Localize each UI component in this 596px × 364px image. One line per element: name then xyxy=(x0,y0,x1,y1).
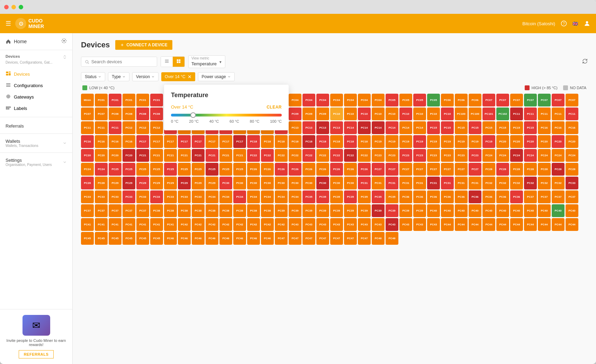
device-cell[interactable]: PC47 xyxy=(275,232,288,245)
device-cell[interactable]: PC47 xyxy=(330,232,343,245)
device-cell[interactable]: PC43 xyxy=(344,218,357,231)
device-cell[interactable]: PC18 xyxy=(247,135,260,148)
device-cell[interactable]: PC27 xyxy=(441,163,454,176)
device-cell[interactable]: PC36 xyxy=(496,190,509,203)
device-cell[interactable]: PC24 xyxy=(538,149,551,162)
clear-filter-button[interactable]: ✕ xyxy=(188,74,192,80)
device-cell[interactable]: PC26 xyxy=(330,163,343,176)
sidebar-settings[interactable]: Settings Organisation, Payment, Users xyxy=(0,154,72,170)
device-cell[interactable]: PC101 xyxy=(482,108,495,120)
device-cell[interactable]: PC30 xyxy=(233,177,246,189)
device-cell[interactable]: PC44 xyxy=(455,218,468,231)
device-cell[interactable]: PC43 xyxy=(302,218,315,231)
temperature-slider-track[interactable] xyxy=(171,114,282,116)
device-cell[interactable]: PC34 xyxy=(206,190,218,203)
device-cell[interactable]: PC30 xyxy=(289,177,301,189)
device-cell[interactable]: PC42 xyxy=(233,218,246,231)
device-cell[interactable]: PC14 xyxy=(372,121,385,134)
device-cell[interactable]: PC17 xyxy=(164,135,177,148)
device-cell[interactable]: PC25 xyxy=(136,163,149,176)
device-cell[interactable]: PC10 xyxy=(372,108,385,120)
device-cell[interactable]: PC07 xyxy=(538,94,551,106)
currency-selector[interactable]: Bitcoin (Satoshi) xyxy=(522,21,555,26)
device-cell[interactable]: PC37 xyxy=(524,190,537,203)
device-cell[interactable]: PC19 xyxy=(441,135,454,148)
sidebar-settings-icon[interactable] xyxy=(61,38,67,45)
device-cell[interactable]: PC10 xyxy=(413,108,426,120)
device-cell[interactable]: PC01 xyxy=(95,94,108,106)
device-cell[interactable]: PC18 xyxy=(358,135,371,148)
device-cell[interactable]: PC33 xyxy=(109,190,121,203)
device-cell[interactable]: PC42 xyxy=(219,218,232,231)
device-cell[interactable]: PC29 xyxy=(164,177,177,189)
device-cell[interactable]: PC29 xyxy=(109,177,121,189)
home-link[interactable]: Home xyxy=(6,39,27,44)
device-cell[interactable]: PC33 xyxy=(192,190,205,203)
device-cell[interactable]: PC34 xyxy=(233,190,246,203)
device-cell[interactable]: PC40 xyxy=(482,204,495,217)
device-cell[interactable]: PC42 xyxy=(206,218,218,231)
device-cell[interactable]: PC43 xyxy=(330,218,343,231)
device-cell[interactable]: PC37 xyxy=(538,190,551,203)
device-cell[interactable]: PC07 xyxy=(482,94,495,106)
device-cell[interactable]: PC14 xyxy=(358,121,371,134)
device-cell[interactable]: PC07 xyxy=(524,94,537,106)
device-cell[interactable]: PC09 xyxy=(302,108,315,120)
device-cell[interactable]: PC24 xyxy=(524,149,537,162)
device-cell[interactable]: PC29 xyxy=(150,177,163,189)
device-cell[interactable]: PC30 xyxy=(219,177,232,189)
device-cell[interactable]: PC39 xyxy=(289,204,301,217)
device-cell[interactable]: PC32 xyxy=(538,177,551,189)
device-cell[interactable]: PC23 xyxy=(469,149,481,162)
device-cell[interactable]: PC33 xyxy=(123,190,135,203)
device-cell[interactable]: PC36 xyxy=(455,190,468,203)
device-cell[interactable]: PC26 xyxy=(247,163,260,176)
device-cell[interactable]: PC35 xyxy=(330,190,343,203)
device-cell[interactable]: PC43 xyxy=(413,218,426,231)
device-cell[interactable]: PC26 xyxy=(358,163,371,176)
sidebar-item-labels[interactable]: Labels xyxy=(0,103,72,114)
device-cell[interactable]: PC22 xyxy=(358,149,371,162)
device-cell[interactable]: PC14 xyxy=(399,121,412,134)
device-cell[interactable]: PC22 xyxy=(261,149,274,162)
device-cell[interactable]: PC15 xyxy=(469,121,481,134)
device-cell[interactable]: PC46 xyxy=(192,232,205,245)
device-cell[interactable]: PC25 xyxy=(219,163,232,176)
device-cell[interactable]: PC40 xyxy=(538,204,551,217)
device-cell[interactable]: PC46 xyxy=(261,232,274,245)
device-cell[interactable]: PC24 xyxy=(81,163,94,176)
device-cell[interactable]: PC16 xyxy=(95,135,108,148)
device-cell[interactable]: PC31 xyxy=(358,177,371,189)
device-cell[interactable]: PC40 xyxy=(469,204,481,217)
device-cell[interactable]: PC44 xyxy=(538,218,551,231)
device-cell[interactable]: PC09 xyxy=(316,108,329,120)
device-cell[interactable]: PC45 xyxy=(123,232,135,245)
device-cell[interactable]: PC28 xyxy=(538,163,551,176)
device-cell[interactable]: PC37 xyxy=(552,190,565,203)
device-cell[interactable]: PC10 xyxy=(330,108,343,120)
device-cell[interactable]: PC17 xyxy=(136,135,149,148)
device-cell[interactable]: PC37 xyxy=(81,204,94,217)
refresh-button[interactable] xyxy=(582,58,588,65)
device-cell[interactable]: PC18 xyxy=(289,135,301,148)
device-cell[interactable]: PC06 xyxy=(441,94,454,106)
device-cell[interactable]: PC22 xyxy=(316,149,329,162)
device-cell[interactable]: PC01 xyxy=(123,94,135,106)
device-cell[interactable]: PC07 xyxy=(81,108,94,120)
user-menu[interactable] xyxy=(584,20,590,27)
close-button[interactable] xyxy=(4,5,9,9)
device-cell[interactable]: PC100 xyxy=(455,108,468,120)
device-cell[interactable]: PC43 xyxy=(372,218,385,231)
device-cell[interactable]: PC33 xyxy=(95,190,108,203)
device-cell[interactable]: PC38 xyxy=(192,204,205,217)
device-cell[interactable]: PC24 xyxy=(566,149,578,162)
device-cell[interactable]: PC28 xyxy=(510,163,523,176)
device-cell[interactable]: PC01 xyxy=(150,94,163,106)
device-cell[interactable]: PC27 xyxy=(372,163,385,176)
device-cell[interactable]: PC28 xyxy=(524,163,537,176)
device-cell[interactable]: PC12 xyxy=(123,121,135,134)
hamburger-menu[interactable]: ☰ xyxy=(6,20,11,27)
device-cell[interactable]: PC30 xyxy=(344,177,357,189)
device-cell[interactable]: PC42 xyxy=(275,218,288,231)
device-cell[interactable]: PC33 xyxy=(178,190,191,203)
